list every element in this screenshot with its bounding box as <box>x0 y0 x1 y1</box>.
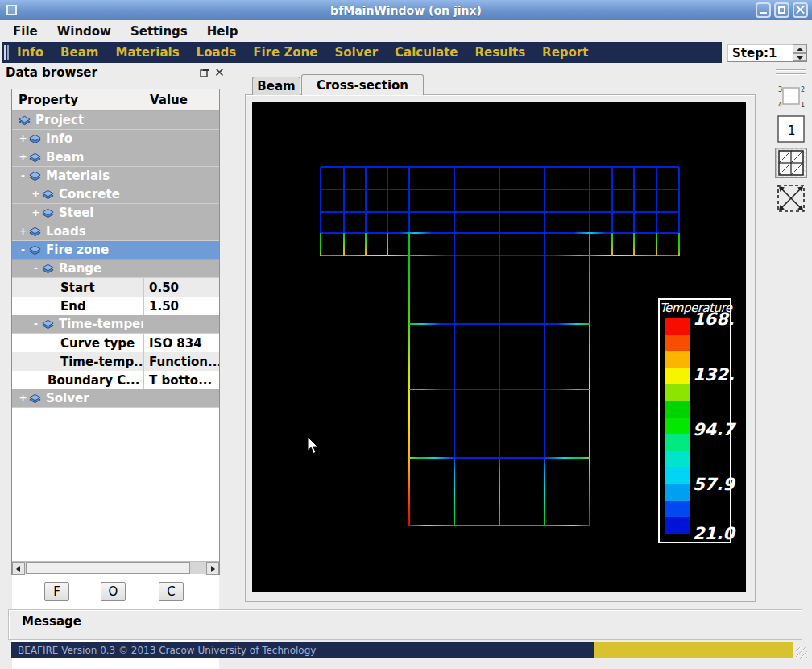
toolbar-results[interactable]: Results <box>475 45 526 60</box>
tree-row-time-temperature-data[interactable]: -Time-temperature d... <box>12 315 219 334</box>
mesh-view-button[interactable] <box>775 148 807 178</box>
node-icon <box>28 170 42 181</box>
legend-label: 132. <box>693 365 735 384</box>
tree-row-value[interactable]: ISO 834 <box>143 334 219 352</box>
c-button[interactable]: C <box>159 582 184 601</box>
dock-title: Data browser <box>2 65 97 80</box>
tree-row-value[interactable]: 1.50 <box>143 297 219 315</box>
f-button[interactable]: F <box>44 582 69 601</box>
scroll-left-icon[interactable] <box>12 562 25 575</box>
toolbar-grip[interactable] <box>4 45 9 60</box>
close-icon[interactable] <box>215 68 224 77</box>
toolbar-info[interactable]: Info <box>17 45 44 60</box>
menu-file[interactable]: File <box>3 23 48 40</box>
tree-row-info[interactable]: +Info <box>12 130 219 148</box>
single-view-button[interactable]: 1 <box>775 114 807 144</box>
step-spinbox[interactable]: Step:1 <box>727 44 807 62</box>
tree-row-label: Fire zone <box>46 243 109 257</box>
menu-help[interactable]: Help <box>197 23 248 40</box>
node-icon <box>28 244 42 256</box>
tree-row-materials[interactable]: -Materials <box>12 167 219 185</box>
quadrant-numbers-button[interactable]: 3 2 4 1 <box>773 81 809 110</box>
toolbar-beam[interactable]: Beam <box>60 45 98 60</box>
tree-row-concrete[interactable]: +Concrete <box>12 185 219 204</box>
tree-header[interactable]: Property Value <box>12 89 219 111</box>
node-icon <box>41 207 55 218</box>
tree-row-fire-zone[interactable]: -Fire zone <box>12 241 219 260</box>
o-button[interactable]: O <box>101 582 126 601</box>
expander-icon[interactable]: + <box>31 189 40 200</box>
application-window: bfMainWindow (on jinx) File Window Setti… <box>0 0 812 669</box>
expander-icon[interactable]: + <box>19 152 27 163</box>
tree-row-boundary-condition[interactable]: Boundary C... T botto... <box>12 371 219 389</box>
toolbar-report[interactable]: Report <box>542 45 588 60</box>
float-icon[interactable] <box>200 68 209 77</box>
toolbar-fire-zone[interactable]: Fire Zone <box>253 45 317 60</box>
step-down-button[interactable] <box>793 53 806 62</box>
tree-row-value[interactable]: Function... <box>143 352 219 371</box>
scrollbar-thumb[interactable] <box>26 562 190 574</box>
message-title: Message <box>9 610 802 629</box>
scroll-right-icon[interactable] <box>206 562 219 575</box>
step-up-button[interactable] <box>793 44 806 53</box>
tree-row-value[interactable]: 0.50 <box>143 278 219 297</box>
column-property[interactable]: Property <box>12 89 143 110</box>
minimize-button[interactable] <box>756 2 771 18</box>
tree-row-label: Time-temperature d... <box>59 317 143 331</box>
tree-row-start[interactable]: Start 0.50 <box>12 278 219 297</box>
tab-cross-section[interactable]: Cross-section <box>301 74 424 95</box>
dock-titlebar[interactable]: Data browser <box>2 64 230 81</box>
expander-icon[interactable]: - <box>31 318 40 330</box>
tree-row-curve-type[interactable]: Curve type ISO 834 <box>12 334 219 352</box>
maximize-button[interactable] <box>774 2 789 18</box>
tab-beam[interactable]: Beam <box>252 77 300 95</box>
svg-text:3: 3 <box>778 86 782 93</box>
toolbar-grip[interactable] <box>776 69 806 75</box>
tree-row-value <box>143 260 219 277</box>
property-tree[interactable]: Property Value Project +Info +Beam -Mate… <box>11 89 220 575</box>
svg-text:4: 4 <box>778 102 782 109</box>
expander-icon[interactable]: - <box>31 263 40 274</box>
close-button[interactable] <box>793 2 808 18</box>
step-label: Step: <box>732 46 768 60</box>
tree-row-beam[interactable]: +Beam <box>12 148 219 167</box>
expander-icon[interactable]: + <box>19 133 27 144</box>
tree-row-value[interactable]: T botto... <box>143 371 219 389</box>
node-icon <box>28 393 42 404</box>
column-value[interactable]: Value <box>143 89 219 110</box>
horizontal-scrollbar[interactable] <box>12 561 219 574</box>
menu-window[interactable]: Window <box>48 23 121 40</box>
tree-row-time-temp[interactable]: Time-temp... Function... <box>12 352 219 371</box>
tree-row-range[interactable]: -Range <box>12 260 219 278</box>
expander-icon[interactable]: + <box>19 393 27 404</box>
svg-text:1: 1 <box>788 123 796 138</box>
cross-section-viewport[interactable]: Temperature 168. 132. 94.7 57.9 21.0 <box>252 102 746 592</box>
expander-icon[interactable]: - <box>19 244 27 256</box>
tree-row-solver[interactable]: +Solver <box>12 389 219 408</box>
fit-view-button[interactable] <box>774 181 808 215</box>
tree-row-value <box>143 204 219 222</box>
toolbar-materials[interactable]: Materials <box>115 45 179 60</box>
toolbar-solver[interactable]: Solver <box>334 45 378 60</box>
step-value: 1 <box>768 46 777 60</box>
tree-row-steel[interactable]: +Steel <box>12 204 219 222</box>
single-view-icon: 1 <box>777 114 806 143</box>
toolbar-loads[interactable]: Loads <box>197 45 237 60</box>
expander-icon[interactable]: - <box>19 170 27 181</box>
fit-view-icon <box>776 183 806 214</box>
legend-label: 94.7 <box>693 420 735 439</box>
title-bar[interactable]: bfMainWindow (on jinx) <box>0 0 812 20</box>
tree-row-project[interactable]: Project <box>12 111 219 130</box>
status-text: BEAFIRE Version 0.3 © 2013 Cracow Univer… <box>11 645 316 656</box>
expander-icon[interactable]: + <box>31 207 40 218</box>
tree-row-value <box>143 315 219 333</box>
tree-row-loads[interactable]: +Loads <box>12 222 219 241</box>
legend-bar <box>665 318 690 534</box>
tree-row-end[interactable]: End 1.50 <box>12 297 219 315</box>
resize-grip-icon[interactable] <box>796 647 807 659</box>
tree-row-value <box>143 185 219 203</box>
menu-settings[interactable]: Settings <box>121 23 197 40</box>
tree-row-value <box>143 241 219 259</box>
expander-icon[interactable]: + <box>19 226 27 237</box>
toolbar-calculate[interactable]: Calculate <box>395 45 458 60</box>
